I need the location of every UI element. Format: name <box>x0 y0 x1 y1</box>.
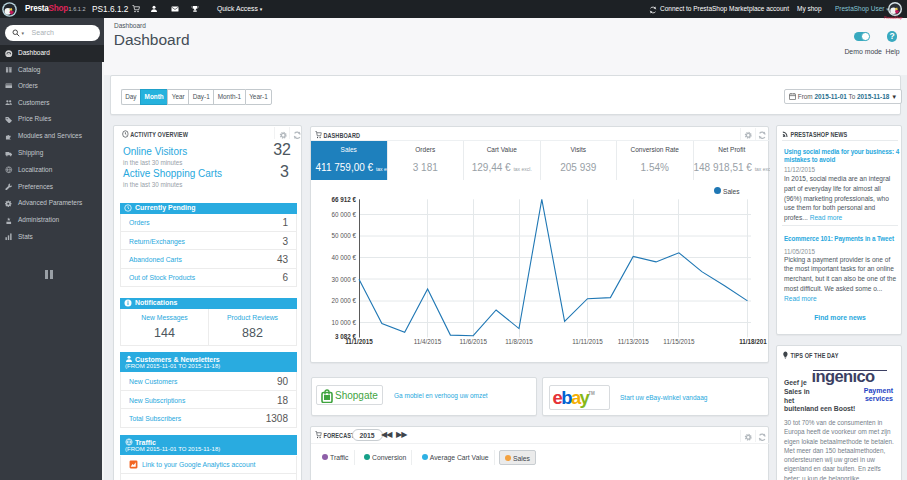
svg-text:11/15/2015: 11/15/2015 <box>663 338 695 345</box>
svg-text:11/8/2015: 11/8/2015 <box>505 338 533 345</box>
svg-text:11/13/2015: 11/13/2015 <box>618 338 650 345</box>
svg-text:11/18/201: 11/18/201 <box>739 338 767 345</box>
svg-text:40 000 €: 40 000 € <box>331 254 356 261</box>
svg-text:11/6/2015: 11/6/2015 <box>459 338 487 345</box>
svg-text:20 000 €: 20 000 € <box>331 297 356 304</box>
svg-text:11/4/2015: 11/4/2015 <box>414 338 442 345</box>
svg-text:11/11/2015: 11/11/2015 <box>572 338 603 345</box>
svg-text:11/1/2015: 11/1/2015 <box>345 338 373 345</box>
svg-text:10 000 €: 10 000 € <box>331 319 356 326</box>
svg-text:30 000 €: 30 000 € <box>331 276 356 283</box>
svg-text:60 000 €: 60 000 € <box>331 211 356 218</box>
svg-text:50 000 €: 50 000 € <box>331 232 356 239</box>
svg-text:66 912 €: 66 912 € <box>331 196 356 203</box>
